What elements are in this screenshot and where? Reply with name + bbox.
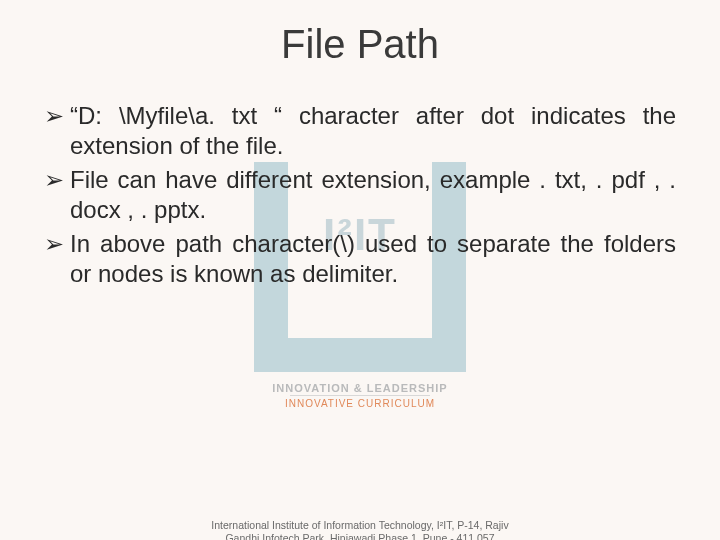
slide-title: File Path xyxy=(0,22,720,67)
logo-tagline-2: INNOVATIVE CURRICULUM xyxy=(230,398,490,409)
slide-footer: International Institute of Information T… xyxy=(0,519,720,540)
bullet-arrow-icon: ➢ xyxy=(44,101,64,161)
bullet-item: ➢ File can have different extension, exa… xyxy=(44,165,676,225)
slide-body: ➢ “D: \Myfile\a. txt “ character after d… xyxy=(44,101,676,289)
footer-line-1: International Institute of Information T… xyxy=(200,519,520,540)
bullet-arrow-icon: ➢ xyxy=(44,229,64,289)
bullet-item: ➢ “D: \Myfile\a. txt “ character after d… xyxy=(44,101,676,161)
bullet-text: File can have different extension, examp… xyxy=(70,165,676,225)
bullet-item: ➢ In above path character(\) used to sep… xyxy=(44,229,676,289)
logo-tagline-1: INNOVATION & LEADERSHIP xyxy=(230,382,490,394)
bullet-arrow-icon: ➢ xyxy=(44,165,64,225)
slide-content: File Path ➢ “D: \Myfile\a. txt “ charact… xyxy=(0,22,720,289)
logo-tagline-rule xyxy=(290,395,430,396)
slide: I²IT INNOVATION & LEADERSHIP INNOVATIVE … xyxy=(0,22,720,540)
bullet-text: In above path character(\) used to separ… xyxy=(70,229,676,289)
bullet-text: “D: \Myfile\a. txt “ character after dot… xyxy=(70,101,676,161)
